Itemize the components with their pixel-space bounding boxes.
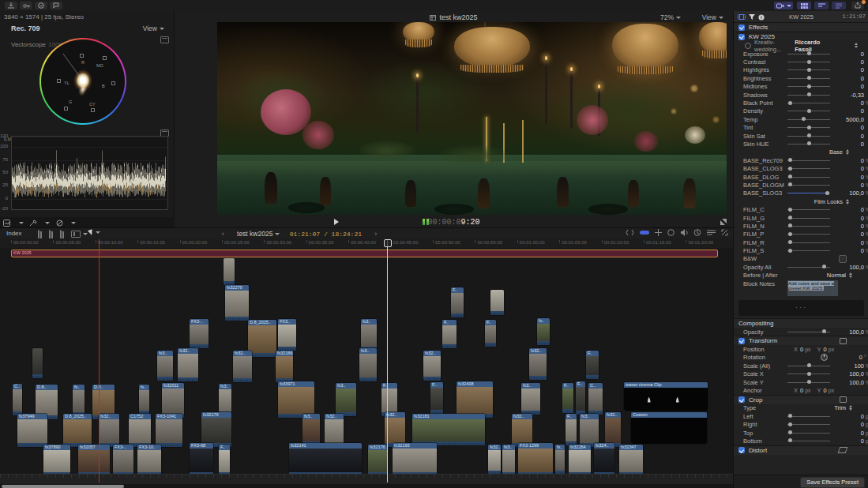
crop-onscreen-icon[interactable] (840, 396, 847, 403)
parameter-value[interactable]: 0 (834, 239, 864, 246)
slider-thumb[interactable] (788, 101, 792, 105)
slider-thumb[interactable] (822, 329, 826, 333)
slider-thumb[interactable] (788, 223, 792, 227)
author-select[interactable]: Riccardo Fasoli (795, 39, 832, 53)
timeline-clip[interactable]: D.8_2025.. (63, 414, 92, 447)
timeline-clip[interactable]: fx32264 (569, 445, 591, 476)
parameter-value[interactable]: 0 (834, 165, 864, 172)
timeline-clip[interactable]: fx32179 (201, 412, 231, 447)
next-project-arrow[interactable]: › (374, 230, 377, 238)
timeline-clip[interactable]: fx32166 (276, 351, 293, 382)
timeline-clip[interactable]: F.. (219, 445, 230, 476)
parameter-value[interactable]: 100,0 (834, 328, 864, 336)
timeline-clip[interactable]: fx33971 (278, 381, 314, 418)
trim-icon[interactable] (626, 229, 634, 236)
compositing-section-header[interactable]: Compositing (734, 318, 868, 328)
parameter-slider[interactable] (787, 62, 830, 62)
timeline-clip[interactable] (490, 290, 504, 315)
parameter-value[interactable]: 0 (834, 83, 864, 90)
slider-thumb[interactable] (788, 175, 792, 178)
comments-icon[interactable] (50, 2, 62, 9)
parameter-group-header[interactable]: Film Looks (734, 197, 868, 205)
retime-icon[interactable] (54, 220, 64, 227)
parameter-slider[interactable] (787, 69, 830, 70)
timeline-clip[interactable]: fx32408 (457, 381, 493, 418)
timeline-clip[interactable]: fx32193 (393, 443, 437, 476)
keyword-icon[interactable] (20, 2, 32, 9)
parameter-slider[interactable] (787, 86, 830, 87)
parameter-slider[interactable] (787, 160, 830, 161)
slider-thumb[interactable] (807, 92, 811, 96)
parameter-value[interactable]: 0 (834, 66, 864, 73)
parameter-slider[interactable] (787, 168, 830, 169)
parameter-value[interactable]: 0 (834, 99, 864, 107)
parameter-value[interactable]: 100,0 (834, 370, 864, 377)
snapping-icon[interactable] (640, 230, 649, 235)
slider-thumb[interactable] (807, 126, 811, 130)
slider-thumb[interactable] (788, 414, 792, 418)
parameter-value[interactable]: 0 (834, 51, 864, 58)
parameter-value[interactable]: 0 (834, 182, 864, 189)
effects-checkbox[interactable] (738, 24, 745, 31)
timeline-clip[interactable]: FX3-68 (190, 443, 213, 476)
timeline-clip[interactable]: fx32141 (289, 443, 362, 476)
slider-thumb[interactable] (807, 76, 811, 80)
timeline-clip[interactable]: fx3.. (580, 414, 599, 447)
parameter-slider[interactable] (787, 218, 830, 219)
timeline-clip[interactable]: fx32176 (368, 445, 387, 476)
timeline-clip[interactable]: Custom (631, 412, 707, 444)
viewer-zoom-menu[interactable]: 72% (660, 13, 681, 21)
timeline-clip[interactable]: fx32347 (619, 445, 643, 476)
slider-thumb[interactable] (788, 249, 792, 253)
playhead-handle[interactable] (384, 239, 392, 247)
timeline-clip[interactable]: FX3-1041 (156, 414, 182, 447)
parameter-slider[interactable] (787, 374, 830, 374)
timeline-clip[interactable]: fx.. (73, 385, 85, 416)
parameter-value[interactable]: 0 (832, 354, 862, 361)
parameter-slider[interactable] (787, 242, 830, 243)
parameter-slider[interactable] (787, 209, 830, 210)
timeline-clip[interactable] (32, 348, 43, 378)
parameter-value[interactable]: 5000,0 (834, 116, 864, 123)
parameter-value[interactable]: 100,0 (834, 379, 864, 386)
timeline-clip[interactable]: F.. (442, 320, 457, 348)
timeline-clip[interactable]: C1752 (129, 414, 151, 447)
fullscreen-icon[interactable] (720, 219, 727, 225)
timeline-clip[interactable]: fx3.. (502, 445, 515, 476)
timeline-clip[interactable]: fx32.. (529, 348, 547, 380)
parameter-slider[interactable] (787, 382, 830, 383)
parameter-value[interactable]: 100 (834, 362, 864, 370)
parameter-value[interactable]: 0 (834, 247, 864, 254)
slider-thumb[interactable] (802, 117, 806, 121)
timeline-zoom-icon[interactable] (721, 229, 728, 236)
timeline-clip[interactable]: fx3.. (359, 348, 377, 381)
parameter-value[interactable]: 0 (834, 107, 864, 114)
timeline-clip[interactable]: FX3.. (278, 319, 296, 351)
timeline-clip[interactable]: fx32011 (162, 383, 184, 418)
crop-checkbox[interactable] (738, 396, 745, 403)
timeline-clip[interactable]: fx3.. (219, 384, 231, 415)
timeline-clip[interactable]: fx32.. (325, 414, 344, 447)
effects-section-header[interactable]: Effects (734, 22, 868, 32)
parameter-slider[interactable] (787, 366, 830, 366)
timeline-clip[interactable]: FX3-.. (190, 319, 209, 348)
parameter-value[interactable]: -0,33 (834, 92, 864, 99)
parameter-group-header[interactable]: Base (734, 148, 868, 156)
parameter-slider[interactable] (787, 119, 830, 120)
timeline-clip[interactable]: F.. (451, 287, 464, 317)
parameter-value[interactable]: 0 (834, 157, 864, 164)
timeline-clip[interactable]: fx.. (555, 445, 565, 475)
background-tasks-icon[interactable] (35, 2, 47, 9)
parameter-slider[interactable] (787, 111, 830, 111)
timeline-clip[interactable]: D.8_2025.. (248, 320, 276, 357)
timeline-clip[interactable]: fx32.. (605, 412, 621, 447)
parameter-value[interactable]: 0 (834, 75, 864, 82)
connect-icon[interactable] (655, 229, 662, 236)
slider-thumb[interactable] (807, 363, 811, 367)
timeline-clip[interactable]: fx.. (139, 385, 149, 415)
slider-thumb[interactable] (788, 208, 792, 212)
parameter-slider[interactable] (787, 54, 830, 54)
slider-thumb[interactable] (807, 109, 811, 113)
parameter-slider[interactable] (787, 193, 830, 193)
parameter-value[interactable]: 0 (824, 387, 827, 394)
